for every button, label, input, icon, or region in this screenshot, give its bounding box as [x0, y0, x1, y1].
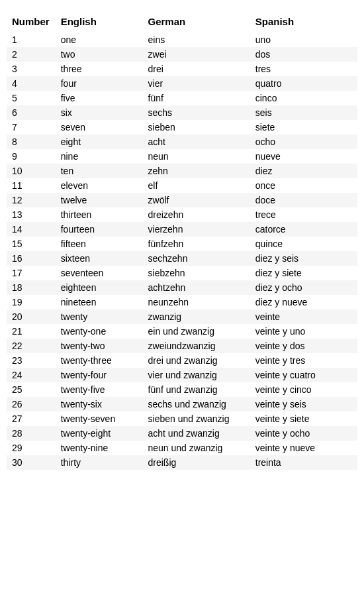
- cell-english: twenty-eight: [56, 426, 143, 441]
- table-row: 5fivefünfcinco: [7, 91, 357, 105]
- table-row: 1oneeinsuno: [7, 32, 357, 47]
- cell-german: fünf und zwanzig: [143, 382, 250, 397]
- cell-english: thirteen: [56, 207, 143, 222]
- cell-english: twenty-two: [56, 339, 143, 353]
- cell-number: 13: [7, 207, 56, 222]
- cell-number: 7: [7, 120, 56, 135]
- cell-german: vier und zwanzig: [143, 368, 250, 382]
- table-row: 7sevensiebensiete: [7, 120, 357, 135]
- cell-number: 1: [7, 32, 56, 47]
- cell-number: 22: [7, 339, 56, 353]
- cell-number: 19: [7, 295, 56, 309]
- cell-number: 17: [7, 266, 56, 280]
- cell-german: acht und zwanzig: [143, 426, 250, 441]
- cell-spanish: siete: [250, 120, 357, 135]
- cell-spanish: ocho: [250, 135, 357, 149]
- cell-spanish: veinte y ocho: [250, 426, 357, 441]
- cell-english: nineteen: [56, 295, 143, 309]
- cell-english: sixteen: [56, 251, 143, 266]
- cell-number: 18: [7, 280, 56, 295]
- cell-english: twenty-four: [56, 368, 143, 382]
- cell-spanish: diez y seis: [250, 251, 357, 266]
- cell-spanish: uno: [250, 32, 357, 47]
- cell-spanish: dos: [250, 47, 357, 62]
- cell-spanish: veinte y seis: [250, 397, 357, 411]
- cell-german: neun: [143, 149, 250, 164]
- cell-english: fifteen: [56, 237, 143, 251]
- cell-number: 4: [7, 76, 56, 91]
- cell-number: 26: [7, 397, 56, 411]
- cell-english: twenty-one: [56, 324, 143, 339]
- cell-number: 15: [7, 237, 56, 251]
- cell-spanish: treinta: [250, 455, 357, 470]
- cell-german: sechs: [143, 105, 250, 120]
- cell-number: 5: [7, 91, 56, 105]
- table-row: 21twenty-oneein und zwanzigveinte y uno: [7, 324, 357, 339]
- table-row: 27twenty-sevensieben und zwanzigveinte y…: [7, 411, 357, 426]
- cell-german: zwanzig: [143, 309, 250, 324]
- table-row: 2twozweidos: [7, 47, 357, 62]
- cell-number: 23: [7, 353, 56, 368]
- table-row: 9nineneunnueve: [7, 149, 357, 164]
- cell-english: eleven: [56, 178, 143, 193]
- cell-number: 14: [7, 222, 56, 237]
- table-row: 20twentyzwanzigveinte: [7, 309, 357, 324]
- cell-german: zweiundzwanzig: [143, 339, 250, 353]
- cell-spanish: veinte y dos: [250, 339, 357, 353]
- cell-spanish: veinte y cinco: [250, 382, 357, 397]
- table-row: 23twenty-threedrei und zwanzigveinte y t…: [7, 353, 357, 368]
- cell-english: nine: [56, 149, 143, 164]
- cell-german: fünfzehn: [143, 237, 250, 251]
- cell-english: twenty-nine: [56, 441, 143, 455]
- cell-number: 24: [7, 368, 56, 382]
- cell-german: siebzehn: [143, 266, 250, 280]
- cell-spanish: diez y nueve: [250, 295, 357, 309]
- cell-number: 12: [7, 193, 56, 207]
- cell-english: twenty: [56, 309, 143, 324]
- table-row: 15fifteenfünfzehnquince: [7, 237, 357, 251]
- table-row: 18eighteenachtzehndiez y ocho: [7, 280, 357, 295]
- cell-german: drei und zwanzig: [143, 353, 250, 368]
- cell-german: zwei: [143, 47, 250, 62]
- cell-spanish: veinte y siete: [250, 411, 357, 426]
- cell-german: drei: [143, 62, 250, 76]
- cell-number: 11: [7, 178, 56, 193]
- cell-german: dreizehn: [143, 207, 250, 222]
- table-row: 29twenty-nineneun und zwanzigveinte y nu…: [7, 441, 357, 455]
- cell-english: ten: [56, 164, 143, 178]
- cell-german: eins: [143, 32, 250, 47]
- cell-german: ein und zwanzig: [143, 324, 250, 339]
- table-row: 22twenty-twozweiundzwanzigveinte y dos: [7, 339, 357, 353]
- cell-german: sechs und zwanzig: [143, 397, 250, 411]
- table-row: 6sixsechsseis: [7, 105, 357, 120]
- cell-spanish: quince: [250, 237, 357, 251]
- cell-number: 27: [7, 411, 56, 426]
- table-row: 10tenzehndiez: [7, 164, 357, 178]
- cell-german: vierzehn: [143, 222, 250, 237]
- table-row: 8eightachtocho: [7, 135, 357, 149]
- cell-number: 16: [7, 251, 56, 266]
- cell-english: five: [56, 91, 143, 105]
- cell-number: 25: [7, 382, 56, 397]
- cell-german: zwölf: [143, 193, 250, 207]
- cell-number: 30: [7, 455, 56, 470]
- cell-english: seventeen: [56, 266, 143, 280]
- numbers-table: Number English German Spanish 1oneeinsun…: [7, 13, 357, 470]
- header-english: English: [56, 13, 143, 32]
- cell-number: 3: [7, 62, 56, 76]
- cell-number: 20: [7, 309, 56, 324]
- cell-german: sechzehn: [143, 251, 250, 266]
- cell-german: elf: [143, 178, 250, 193]
- cell-english: six: [56, 105, 143, 120]
- cell-english: fourteen: [56, 222, 143, 237]
- table-row: 12twelvezwölfdoce: [7, 193, 357, 207]
- cell-spanish: cinco: [250, 91, 357, 105]
- cell-english: two: [56, 47, 143, 62]
- cell-spanish: veinte y cuatro: [250, 368, 357, 382]
- header-spanish: Spanish: [250, 13, 357, 32]
- cell-english: three: [56, 62, 143, 76]
- cell-number: 29: [7, 441, 56, 455]
- header-german: German: [143, 13, 250, 32]
- header-number: Number: [7, 13, 56, 32]
- cell-spanish: doce: [250, 193, 357, 207]
